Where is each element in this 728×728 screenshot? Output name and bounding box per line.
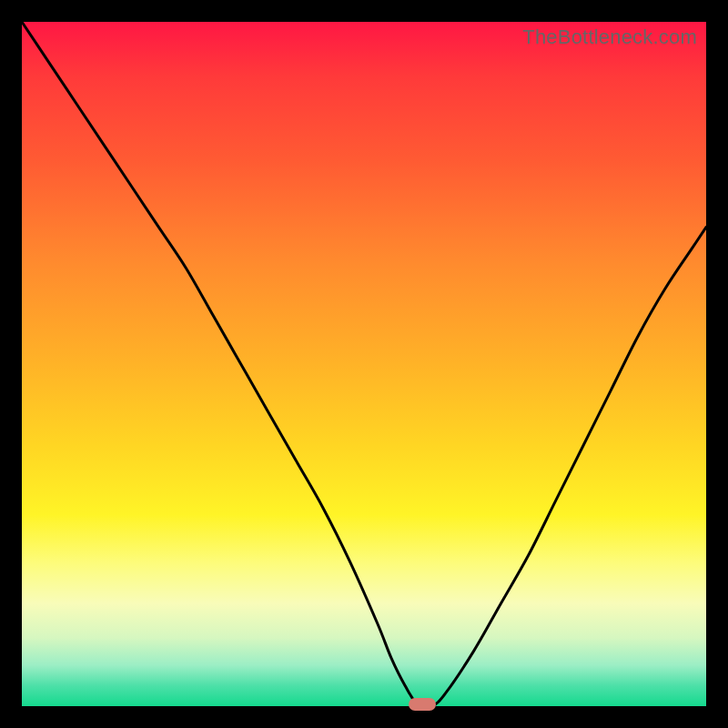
chart-plot-area: TheBottleneck.com [22,22,706,706]
minimum-marker [409,698,436,711]
chart-frame: TheBottleneck.com [0,0,728,728]
bottleneck-curve [22,22,706,706]
